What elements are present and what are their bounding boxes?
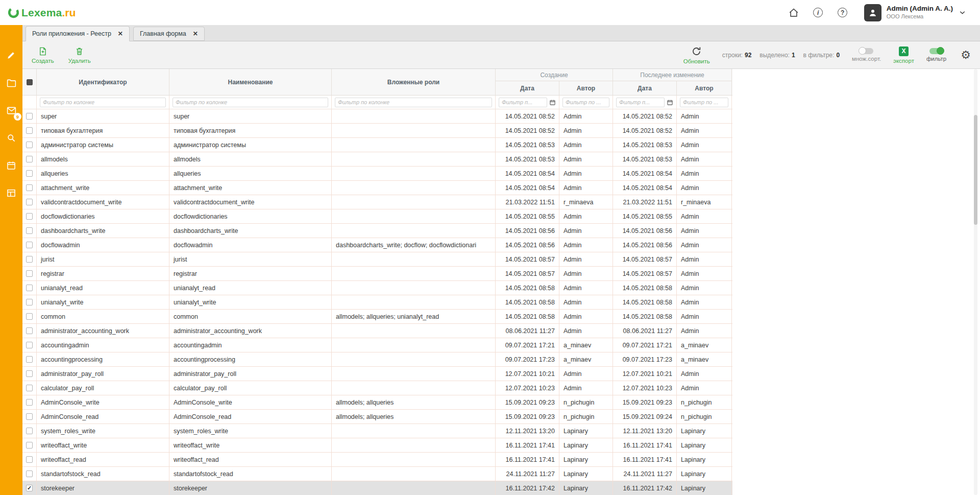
edit-pencil-icon[interactable]	[4, 48, 18, 62]
filter-input-modified-author[interactable]	[680, 98, 728, 107]
delete-button[interactable]: Удалить	[68, 46, 91, 64]
row-checkbox[interactable]	[26, 442, 33, 449]
help-icon[interactable]: ?	[837, 7, 849, 19]
row-checkbox[interactable]	[26, 242, 33, 248]
row-checkbox[interactable]	[26, 113, 33, 120]
table-row[interactable]: validcontractdocument_write validcontrac…	[22, 195, 732, 209]
folder-icon[interactable]	[4, 76, 18, 90]
row-checkbox[interactable]	[26, 127, 33, 134]
table-row[interactable]: system_roles_write system_roles_write 12…	[22, 424, 732, 438]
select-all-checkbox[interactable]	[27, 79, 33, 85]
row-checkbox[interactable]	[26, 256, 33, 263]
table-row[interactable]: ✓ storekeeper storekeeper 16.11.2021 17:…	[22, 481, 732, 495]
filter-switch[interactable]	[929, 48, 943, 54]
calendar-picker-icon[interactable]	[549, 99, 556, 106]
column-header-created-author[interactable]: Автор	[559, 81, 613, 95]
table-row[interactable]: docflowdictionaries docflowdictionaries …	[22, 209, 732, 224]
mail-icon[interactable]: 9	[4, 103, 18, 117]
calendar-picker-icon[interactable]	[667, 99, 673, 106]
refresh-button[interactable]: Обновить	[683, 46, 710, 64]
table-row[interactable]: accountingprocessing accountingprocessin…	[22, 352, 732, 367]
close-icon[interactable]: ✕	[118, 30, 123, 37]
column-header-created-date[interactable]: Дата	[496, 81, 559, 95]
multisort-switch[interactable]	[860, 48, 873, 54]
filter-input-modified-date[interactable]	[616, 98, 665, 107]
cell-name: AdminConsole_read	[169, 410, 332, 423]
row-checkbox[interactable]	[26, 385, 33, 391]
table-row[interactable]: administrator_accounting_work administra…	[22, 324, 732, 338]
table-row[interactable]: AdminConsole_read AdminConsole_read allm…	[22, 410, 732, 424]
column-header-nested-roles[interactable]: Вложенные роли	[332, 69, 496, 95]
row-checkbox[interactable]	[26, 470, 33, 477]
search-icon[interactable]	[4, 131, 18, 145]
row-checkbox[interactable]	[26, 428, 33, 434]
home-icon[interactable]	[788, 7, 800, 19]
row-checkbox[interactable]	[26, 313, 33, 320]
cell-identifier: storekeeper	[37, 481, 169, 495]
vertical-scrollbar[interactable]	[974, 69, 977, 495]
table-row[interactable]: администратор системы администратор сист…	[22, 138, 732, 152]
row-checkbox[interactable]	[26, 170, 33, 177]
close-icon[interactable]: ✕	[193, 30, 198, 37]
row-checkbox[interactable]	[26, 342, 33, 348]
table-row[interactable]: accountingadmin accountingadmin 09.07.20…	[22, 338, 732, 352]
lexema-logo[interactable]: Lexema.ru	[7, 6, 76, 19]
table-row[interactable]: attachment_write attachment_write 14.05.…	[22, 181, 732, 195]
table-row[interactable]: docflowadmin docflowadmin dashboardchart…	[22, 238, 732, 252]
table-row[interactable]: calculator_pay_roll calculator_pay_roll …	[22, 381, 732, 395]
filter-toggle[interactable]: фильтр	[926, 48, 946, 62]
user-menu[interactable]: Admin (Admin A. A.) ООО Лексема	[864, 4, 967, 21]
column-header-identifier[interactable]: Идентификатор	[37, 69, 169, 95]
table-row[interactable]: unianalyt_write unianalyt_write 14.05.20…	[22, 295, 732, 310]
create-button[interactable]: Создать	[32, 46, 54, 64]
row-checkbox[interactable]	[26, 184, 33, 191]
chevron-down-icon[interactable]	[958, 8, 967, 17]
table-row[interactable]: writeoffact_read writeoffact_read 16.11.…	[22, 453, 732, 467]
row-checkbox[interactable]	[26, 299, 33, 305]
scrollbar-thumb[interactable]	[974, 115, 977, 225]
row-checkbox[interactable]	[26, 199, 33, 205]
table-row[interactable]: registrar registrar 14.05.2021 08:57 Adm…	[22, 267, 732, 281]
row-checkbox[interactable]	[26, 399, 33, 406]
table-row[interactable]: super super 14.05.2021 08:52 Admin 14.05…	[22, 109, 732, 124]
calendar-icon[interactable]	[4, 158, 18, 173]
tab-roles-registry[interactable]: Роли приложения - Реестр ✕	[26, 26, 130, 41]
row-checkbox[interactable]	[26, 327, 33, 334]
table-row[interactable]: allqueries allqueries 14.05.2021 08:54 A…	[22, 167, 732, 181]
column-header-modified-date[interactable]: Дата	[613, 81, 677, 95]
filter-input-identifier[interactable]	[40, 98, 166, 107]
multisort-toggle[interactable]: множ.сорт.	[852, 48, 881, 62]
row-checkbox[interactable]	[26, 370, 33, 377]
row-checkbox[interactable]	[26, 270, 33, 277]
filter-input-nested-roles[interactable]	[335, 98, 492, 107]
table-row[interactable]: administrator_pay_roll administrator_pay…	[22, 367, 732, 381]
column-header-modified-author[interactable]: Автор	[677, 81, 732, 95]
gear-icon[interactable]: ⚙	[961, 50, 971, 61]
info-icon[interactable]: i	[812, 7, 824, 19]
filter-input-name[interactable]	[173, 98, 328, 107]
row-checkbox[interactable]	[26, 142, 33, 148]
row-checkbox[interactable]	[26, 213, 33, 220]
row-checkbox[interactable]	[26, 156, 33, 162]
export-button[interactable]: X экспорт	[893, 46, 914, 64]
table-row[interactable]: типовая бухгалтерия типовая бухгалтерия …	[22, 124, 732, 138]
column-header-name[interactable]: Наименование	[169, 69, 332, 95]
row-checkbox[interactable]	[26, 456, 33, 463]
table-row[interactable]: AdminConsole_write AdminConsole_write al…	[22, 395, 732, 410]
table-row[interactable]: allmodels allmodels 14.05.2021 08:53 Adm…	[22, 152, 732, 167]
table-row[interactable]: writeoffact_write writeoffact_write 16.1…	[22, 438, 732, 453]
table-row[interactable]: standartofstock_read standartofstock_rea…	[22, 467, 732, 481]
table-row[interactable]: unianalyt_read unianalyt_read 14.05.2021…	[22, 281, 732, 295]
tab-main-form[interactable]: Главная форма ✕	[133, 27, 205, 41]
row-checkbox[interactable]	[26, 356, 33, 363]
row-checkbox[interactable]	[26, 413, 33, 420]
table-row[interactable]: dashboardcharts_write dashboardcharts_wr…	[22, 224, 732, 238]
row-checkbox[interactable]	[26, 227, 33, 234]
registry-grid-icon[interactable]	[4, 186, 18, 200]
filter-input-created-date[interactable]	[499, 98, 547, 107]
table-row[interactable]: common common allmodels; allqueries; uni…	[22, 310, 732, 324]
row-checkbox[interactable]: ✓	[26, 485, 33, 491]
filter-input-created-author[interactable]	[562, 98, 609, 107]
table-row[interactable]: jurist jurist 14.05.2021 08:57 Admin 14.…	[22, 252, 732, 267]
row-checkbox[interactable]	[26, 285, 33, 291]
